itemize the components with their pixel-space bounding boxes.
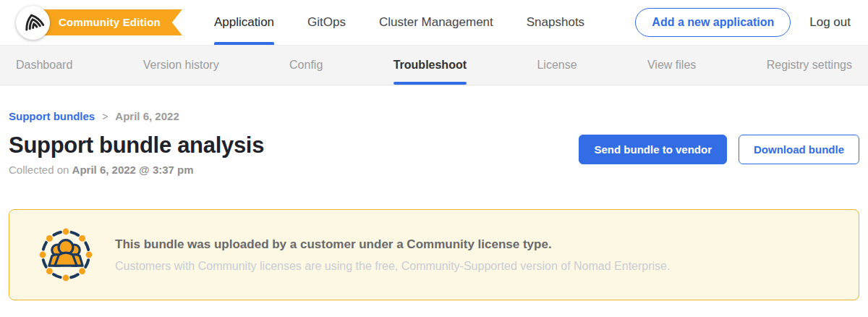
tab-application[interactable]: Application [214, 0, 274, 45]
community-edition-badge: Community Edition [37, 9, 182, 35]
subnav-dashboard[interactable]: Dashboard [16, 46, 72, 85]
app-logo[interactable] [16, 6, 50, 40]
download-bundle-button[interactable]: Download bundle [739, 135, 859, 164]
app-sub-nav: Dashboard Version history Config Trouble… [0, 45, 868, 85]
alert-title: This bundle was uploaded by a customer u… [115, 237, 670, 252]
logout-link[interactable]: Log out [809, 15, 851, 30]
title-block: Support bundle analysis Collected on Apr… [9, 132, 264, 176]
add-new-application-button[interactable]: Add a new application [635, 8, 791, 37]
subnav-troubleshoot[interactable]: Troubleshoot [393, 46, 467, 85]
subnav-config[interactable]: Config [289, 46, 323, 85]
subnav-registry-settings[interactable]: Registry settings [767, 46, 852, 85]
community-people-icon [37, 226, 95, 284]
alert-description: Customers with Community licenses are us… [115, 260, 670, 273]
brand: Community Edition [16, 6, 182, 40]
breadcrumb: Support bundles > April 6, 2022 [9, 110, 859, 122]
breadcrumb-separator: > [102, 111, 108, 122]
tab-snapshots[interactable]: Snapshots [527, 0, 584, 45]
tab-gitops[interactable]: GitOps [307, 0, 346, 45]
subnav-view-files[interactable]: View files [647, 46, 696, 85]
main-content: Support bundles > April 6, 2022 Support … [0, 110, 868, 300]
primary-tabs: Application GitOps Cluster Management Sn… [214, 0, 584, 45]
header-actions: Add a new application Log out [635, 8, 851, 37]
community-license-alert: This bundle was uploaded by a customer u… [9, 209, 859, 300]
alert-text: This bundle was uploaded by a customer u… [115, 237, 670, 273]
top-nav-bar: Community Edition Application GitOps Clu… [0, 0, 868, 45]
replicated-logo-icon [17, 5, 49, 40]
title-row: Support bundle analysis Collected on Apr… [9, 132, 859, 176]
breadcrumb-link-support-bundles[interactable]: Support bundles [9, 110, 95, 122]
subnav-version-history[interactable]: Version history [143, 46, 219, 85]
collected-timestamp: Collected on April 6, 2022 @ 3:37 pm [9, 164, 264, 176]
page-title: Support bundle analysis [9, 132, 264, 158]
tab-cluster-management[interactable]: Cluster Management [379, 0, 493, 45]
bundle-actions: Send bundle to vendor Download bundle [579, 132, 859, 164]
subnav-license[interactable]: License [537, 46, 576, 85]
send-bundle-to-vendor-button[interactable]: Send bundle to vendor [579, 135, 727, 164]
breadcrumb-current: April 6, 2022 [115, 110, 179, 122]
